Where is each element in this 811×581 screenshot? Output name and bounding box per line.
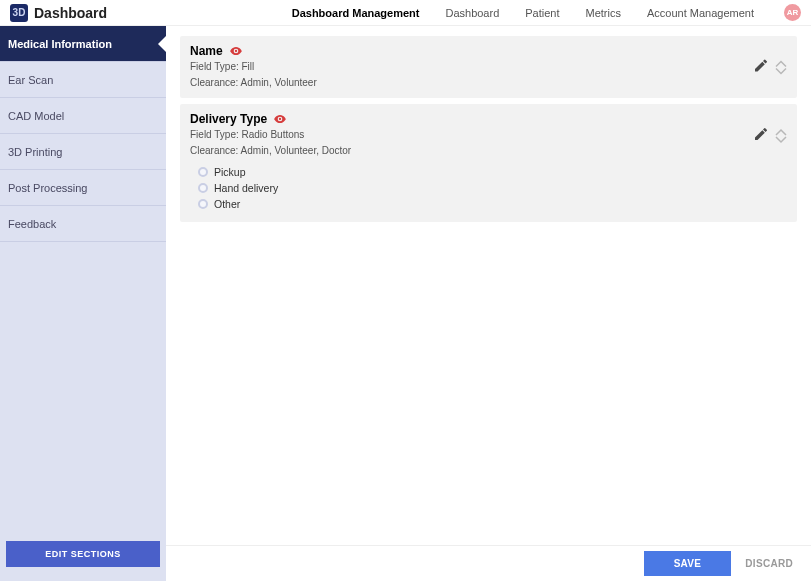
sidebar-item-medical-information[interactable]: Medical Information [0,26,166,62]
footer-bar: SAVE DISCARD [166,545,811,581]
nav-account-management[interactable]: Account Management [647,7,754,19]
move-up-icon[interactable] [775,59,787,67]
sidebar-item-feedback[interactable]: Feedback [0,206,166,242]
sidebar-item-label: Ear Scan [8,74,53,86]
active-notch [158,36,166,52]
app-title: Dashboard [34,5,107,21]
field-clearance-label: Clearance: Admin, Volunteer, Doctor [190,144,785,158]
nav-dashboard-management[interactable]: Dashboard Management [292,7,420,19]
field-type-label: Field Type: Radio Buttons [190,128,785,142]
fields-list: Name Field Type: Fill Clearance: Admin, … [166,26,811,545]
move-up-icon[interactable] [775,128,787,136]
nav-dashboard[interactable]: Dashboard [445,7,499,19]
main-panel: Name Field Type: Fill Clearance: Admin, … [166,26,811,581]
nav-metrics[interactable]: Metrics [586,7,621,19]
move-down-icon[interactable] [775,67,787,75]
radio-option-label: Pickup [214,166,246,178]
sidebar-item-3d-printing[interactable]: 3D Printing [0,134,166,170]
discard-button[interactable]: DISCARD [745,558,793,569]
app-logo: 3D [10,4,28,22]
edit-field-icon[interactable] [753,58,769,77]
radio-option[interactable]: Hand delivery [198,180,785,196]
radio-option[interactable]: Other [198,196,785,212]
radio-dot-icon [198,183,208,193]
move-down-icon[interactable] [775,136,787,144]
radio-option-label: Other [214,198,240,210]
sidebar-item-cad-model[interactable]: CAD Model [0,98,166,134]
sidebar: Medical Information Ear Scan CAD Model 3… [0,26,166,581]
radio-dot-icon [198,199,208,209]
field-name: Name [190,44,223,58]
field-type-label: Field Type: Fill [190,60,785,74]
radio-options: Pickup Hand delivery Other [190,158,785,214]
sidebar-item-label: 3D Printing [8,146,62,158]
edit-field-icon[interactable] [753,126,769,145]
sidebar-item-label: Medical Information [8,38,112,50]
visibility-eye-icon [273,112,287,126]
edit-sections-button[interactable]: EDIT SECTIONS [6,541,160,567]
sidebar-item-post-processing[interactable]: Post Processing [0,170,166,206]
nav-patient[interactable]: Patient [525,7,559,19]
save-button[interactable]: SAVE [644,551,732,576]
field-clearance-label: Clearance: Admin, Volunteer [190,76,785,90]
field-name: Delivery Type [190,112,267,126]
sidebar-item-label: Feedback [8,218,56,230]
sidebar-item-label: Post Processing [8,182,87,194]
top-nav: Dashboard Management Dashboard Patient M… [292,4,801,21]
radio-dot-icon [198,167,208,177]
radio-option[interactable]: Pickup [198,164,785,180]
avatar[interactable]: AR [784,4,801,21]
field-card: Delivery Type Field Type: Radio Buttons … [180,104,797,222]
sidebar-item-label: CAD Model [8,110,64,122]
sidebar-item-ear-scan[interactable]: Ear Scan [0,62,166,98]
radio-option-label: Hand delivery [214,182,278,194]
app-header: 3D Dashboard Dashboard Management Dashbo… [0,0,811,26]
field-card: Name Field Type: Fill Clearance: Admin, … [180,36,797,98]
visibility-eye-icon [229,44,243,58]
